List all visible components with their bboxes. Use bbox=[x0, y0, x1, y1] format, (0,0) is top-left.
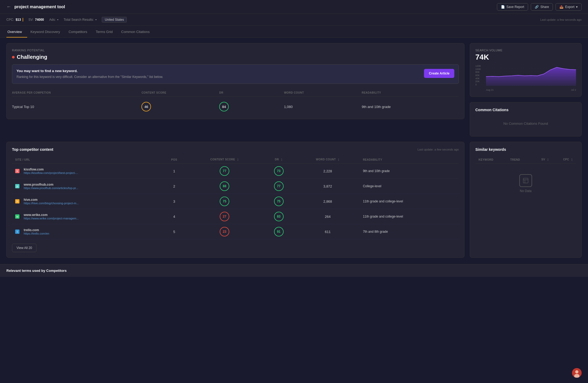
sv-sort-icon[interactable] bbox=[547, 158, 549, 161]
site-url[interactable]: https://www.proofhub.com/articles/top-pr… bbox=[24, 186, 78, 190]
averages-data-row: Typical Top 10 46 84 1,080 9th and 10th … bbox=[12, 100, 459, 114]
tab-keyword-discovery[interactable]: Keyword Discovery bbox=[29, 27, 65, 38]
search-volume-card: Search Volume 74K 120K 100K 80K 60K 40K … bbox=[470, 43, 582, 97]
tab-terms-grid[interactable]: Terms Grid bbox=[95, 27, 118, 38]
back-button[interactable]: ← bbox=[6, 4, 11, 10]
readability-cell: College-level bbox=[360, 179, 459, 194]
chart-y-labels: 120K 100K 80K 60K 40K 20K 0 bbox=[475, 65, 481, 86]
site-name: trello.com bbox=[24, 228, 49, 232]
save-report-icon: 📄 bbox=[501, 5, 505, 9]
share-icon: 🔗 bbox=[535, 5, 539, 9]
content-score-circle: 88 bbox=[220, 181, 229, 191]
ranking-potential-card: Ranking Potential Challenging You may wa… bbox=[6, 43, 464, 119]
competitor-section-header: Top competitor content Last update: a fe… bbox=[12, 147, 459, 152]
share-button[interactable]: 🔗 Share bbox=[531, 3, 553, 11]
last-update-header: Last update: a few seconds ago bbox=[540, 18, 582, 21]
site-info: kissflow.com https://kissflow.com/projec… bbox=[24, 168, 78, 174]
cpc-label: CPC: bbox=[6, 18, 14, 22]
avg-dr-circle: 84 bbox=[219, 102, 229, 111]
tab-common-citations[interactable]: Common Citations bbox=[120, 27, 155, 38]
site-url[interactable]: https://hive.com/blog/choosing-project-m… bbox=[24, 202, 79, 205]
sv-label: SV: bbox=[28, 18, 34, 22]
site-url[interactable]: https://www.wrike.com/project-managem... bbox=[24, 217, 79, 220]
similar-keywords-header-row: KEYWORD TREND SV CPC bbox=[475, 156, 576, 164]
col-site-url: SITE / URL bbox=[12, 156, 161, 164]
save-report-button[interactable]: 📄 Save Report bbox=[497, 3, 528, 11]
dr-cell: 83 bbox=[262, 209, 296, 224]
content-score-col-label: CONTENT SCORE bbox=[141, 91, 219, 94]
alert-heading: You may want to find a new keyword. bbox=[17, 69, 163, 73]
ranking-potential-label: Ranking Potential bbox=[12, 49, 459, 52]
tabs-bar: Overview Keyword Discovery Competitors T… bbox=[0, 26, 588, 38]
pos-cell: 5 bbox=[161, 224, 187, 239]
export-button[interactable]: 📤 Export ▾ bbox=[556, 3, 582, 11]
content-score-circle: 23 bbox=[220, 227, 229, 236]
site-name: kissflow.com bbox=[24, 168, 78, 171]
site-info: www.wrike.com https://www.wrike.com/proj… bbox=[24, 213, 79, 220]
tab-competitors[interactable]: Competitors bbox=[67, 27, 92, 38]
ranking-potential-value: Challenging bbox=[17, 54, 47, 60]
table-row: k kissflow.com https://kissflow.com/proj… bbox=[12, 164, 459, 179]
content-score-cell: 77 bbox=[187, 164, 262, 179]
cpc-sort-icon[interactable] bbox=[571, 158, 573, 161]
ranking-value-row: Challenging bbox=[12, 54, 459, 60]
search-volume-chart: 120K 100K 80K 60K 40K 20K 0 bbox=[475, 65, 576, 91]
table-row: h hive.com https://hive.com/blog/choosin… bbox=[12, 194, 459, 209]
competitor-table-body: k kissflow.com https://kissflow.com/proj… bbox=[12, 164, 459, 239]
common-citations-title: Common Citations bbox=[475, 108, 576, 112]
chart-canvas bbox=[486, 65, 576, 86]
site-url[interactable]: https://trello.com/en bbox=[24, 232, 49, 235]
site-cell: w www.wrike.com https://www.wrike.com/pr… bbox=[12, 209, 161, 224]
avg-word-count: 1,080 bbox=[284, 105, 362, 109]
pos-cell: 4 bbox=[161, 209, 187, 224]
dr-circle: 83 bbox=[274, 212, 284, 221]
top-bar-left: ← project management tool bbox=[6, 4, 65, 10]
dr-sort-icon[interactable] bbox=[281, 158, 283, 161]
readability-cell: 11th grade and college-level bbox=[360, 194, 459, 209]
content-score-sort-icon[interactable] bbox=[237, 158, 239, 161]
page-title: project management tool bbox=[14, 5, 65, 9]
site-info: hive.com https://hive.com/blog/choosing-… bbox=[24, 198, 79, 205]
avatar[interactable] bbox=[572, 368, 582, 378]
pos-cell: 3 bbox=[161, 194, 187, 209]
tab-overview[interactable]: Overview bbox=[6, 27, 27, 38]
site-favicon: t bbox=[15, 230, 19, 234]
site-favicon: w bbox=[15, 214, 19, 219]
site-favicon: p bbox=[15, 184, 19, 188]
cpc-metric: CPC: $13 bbox=[6, 18, 23, 22]
dr-circle: 91 bbox=[274, 227, 284, 236]
location-badge[interactable]: United States bbox=[102, 17, 127, 23]
typical-top-10-label: Typical Top 10 bbox=[12, 105, 141, 109]
chart-x-labels: Aug 21 Jul 2 bbox=[486, 89, 576, 91]
dr-cell: 77 bbox=[262, 179, 296, 194]
total-search-value: - bbox=[95, 18, 96, 22]
col-content-score: CONTENT SCORE bbox=[187, 156, 262, 164]
create-article-button[interactable]: Create Article bbox=[424, 69, 454, 78]
col-word-count: WORD COUNT bbox=[296, 156, 360, 164]
table-row: p www.proofhub.com https://www.proofhub.… bbox=[12, 179, 459, 194]
site-url[interactable]: https://kissflow.com/project/best-projec… bbox=[24, 171, 78, 174]
alert-box: You may want to find a new keyword. Rank… bbox=[12, 64, 459, 84]
chevron-down-icon: ▾ bbox=[576, 5, 578, 9]
site-name: www.wrike.com bbox=[24, 213, 79, 217]
site-name: hive.com bbox=[24, 198, 79, 202]
view-all-button[interactable]: View All 20 bbox=[12, 244, 36, 252]
no-data-container: No Data bbox=[475, 164, 576, 203]
top-competitor-title: Top competitor content bbox=[12, 147, 53, 152]
competitor-table: SITE / URL POS CONTENT SCORE DR WORD COU… bbox=[12, 156, 459, 239]
competitor-content-card: Top competitor content Last update: a fe… bbox=[6, 142, 464, 258]
word-count-cell: 2,228 bbox=[296, 164, 360, 179]
top-bar-right: 📄 Save Report 🔗 Share 📤 Export ▾ bbox=[497, 3, 582, 11]
cpc-divider bbox=[23, 18, 23, 22]
avg-readability: 9th and 10th grade bbox=[362, 105, 459, 109]
sv-value: 74000 bbox=[35, 18, 44, 22]
site-info: www.proofhub.com https://www.proofhub.co… bbox=[24, 183, 78, 190]
sv-card-label: Search Volume bbox=[475, 49, 576, 52]
common-citations-card: Common Citations No Common Citations Fou… bbox=[470, 102, 582, 136]
sk-col-trend: TREND bbox=[507, 156, 531, 164]
similar-keywords-card: Similar keywords KEYWORD TREND SV CPC bbox=[470, 142, 582, 258]
pos-cell: 1 bbox=[161, 164, 187, 179]
sk-col-keyword: KEYWORD bbox=[475, 156, 507, 164]
word-count-sort-icon[interactable] bbox=[338, 158, 339, 161]
relevant-terms-bar: Relevant terms used by Competitors bbox=[0, 264, 588, 277]
